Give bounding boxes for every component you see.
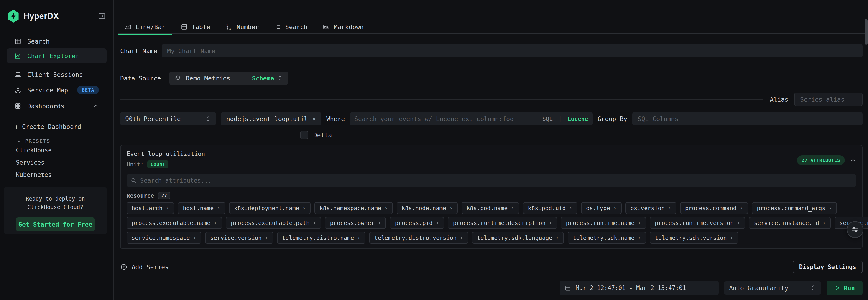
scrollbar[interactable] [865,19,868,45]
tab-table[interactable]: Table [175,20,217,34]
preset-kubernetes[interactable]: Kubernetes [16,171,52,178]
chart-type-tabs: Line/Bar Table 1 3 Number S [118,20,868,34]
metric-tag[interactable]: nodejs.event_loop.util ✕ [221,112,321,126]
time-range-picker[interactable]: Mar 2 12:47:01 - Mar 2 13:47:01 [560,281,719,295]
attribute-chip[interactable]: telemetry.sdk.name› [568,232,646,244]
attribute-group-count: 27 [158,192,170,199]
run-button[interactable]: Run [827,281,863,295]
attribute-chip[interactable]: k8s.pod.uid› [523,202,577,214]
granularity-select[interactable]: Auto Granularity [724,281,821,295]
clickhouse-cloud-promo: Ready to deploy on ClickHouse Cloud? Get… [4,187,107,234]
chart-name-input[interactable] [162,44,863,57]
attribute-search-input[interactable] [140,177,852,184]
metric-attributes-panel: Event loop utilization Unit: COUNT 27 AT… [120,145,863,249]
layers-icon [175,75,181,82]
group-by-label: Group By [598,115,627,122]
collapse-sidebar-icon[interactable] [98,12,106,20]
tab-number[interactable]: 1 3 Number [219,20,265,34]
attribute-chip[interactable]: telemetry.sdk.language› [472,232,564,244]
alias-input[interactable] [794,93,863,106]
attribute-chip[interactable]: k8s.namespace.name› [314,202,393,214]
data-source-label: Data Source [120,75,169,82]
chevron-right-icon: › [549,220,552,226]
chip-label: process.command_args [757,205,826,212]
attribute-chip[interactable]: process.command› [680,202,748,214]
footer-row: Add Series Display Settings [120,261,863,273]
aggregation-select[interactable]: 90th Percentile [120,112,216,126]
sidebar-item-chart-explorer[interactable]: Chart Explorer [7,48,106,63]
attribute-chip[interactable]: host.name› [178,202,225,214]
attribute-chip[interactable]: process.runtime.version› [650,217,745,229]
sidebar-item-service-map[interactable]: Service Map BETA [7,83,106,97]
data-source-select[interactable]: Demo Metrics Schema [169,72,288,85]
attribute-chip[interactable]: k8s.pod.name› [462,202,519,214]
data-source-value: Demo Metrics [186,75,230,82]
add-series-button[interactable]: Add Series [120,263,169,271]
chip-label: k8s.node.name [402,205,446,212]
chevron-right-icon: › [214,220,217,226]
attribute-chip[interactable]: telemetry.distro.name› [277,232,366,244]
where-search-input[interactable] [354,115,540,122]
attribute-chip[interactable]: process.runtime.name› [561,217,646,229]
tab-markdown[interactable]: Markdown [316,20,370,34]
sliders-icon [851,225,859,234]
tab-line-bar[interactable]: Line/Bar [118,20,172,34]
metric-title: Event loop utilization [127,151,205,157]
attribute-chip[interactable]: process.runtime.description› [448,217,557,229]
lucene-toggle[interactable]: Lucene [567,115,588,122]
sql-toggle[interactable]: SQL [542,115,553,122]
chevron-right-icon: › [511,205,514,211]
tab-search[interactable]: Search [268,20,314,34]
chip-label: service.instance.id [754,220,819,226]
sidebar-item-label: Search [27,38,50,45]
chip-label: telemetry.sdk.language [477,235,552,241]
presets-section-toggle[interactable]: PRESETS [17,138,50,144]
feedback-widget-button[interactable] [846,221,863,238]
attribute-chip[interactable]: os.type› [581,202,622,214]
preset-services[interactable]: Services [16,159,44,166]
attribute-chip[interactable]: k8s.node.name› [397,202,458,214]
chart-name-label: Chart Name [120,48,162,54]
attribute-chip[interactable]: process.command_args› [752,202,837,214]
bottom-toolbar: Mar 2 12:47:01 - Mar 2 13:47:01 Auto Gra… [120,281,863,295]
attribute-chip[interactable]: process.pid› [390,217,444,229]
table-icon [181,24,188,30]
attribute-chip[interactable]: os.version› [625,202,676,214]
sidebar-item-dashboards[interactable]: Dashboards [7,99,106,113]
schema-link[interactable]: Schema [252,75,274,82]
delta-checkbox[interactable] [300,131,308,139]
chevron-up-icon [93,103,99,109]
search-icon [131,178,136,184]
group-by-input[interactable] [632,112,863,126]
sidebar-item-label: Client Sessions [27,71,83,78]
attribute-chip[interactable]: process.executable.path› [226,217,321,229]
chip-label: process.executable.path [231,220,310,226]
display-settings-button[interactable]: Display Settings [793,261,863,273]
chip-label: telemetry.distro.name [282,235,354,241]
preset-clickhouse[interactable]: ClickHouse [16,147,52,154]
create-dashboard-button[interactable]: + Create Dashboard [14,123,81,130]
attribute-chip[interactable]: process.owner› [325,217,386,229]
attribute-chip[interactable]: k8s.deployment.name› [229,202,311,214]
chip-label: process.command [685,205,737,212]
sidebar-item-label: Dashboards [27,103,64,110]
attribute-chip[interactable]: service.instance.id› [749,217,830,229]
attribute-chip[interactable]: service.version› [205,232,273,244]
attribute-chip[interactable]: telemetry.sdk.version› [650,232,738,244]
add-series-label: Add Series [132,264,169,271]
get-started-button[interactable]: Get Started for Free [16,217,95,231]
unit-row: Unit: COUNT [127,161,205,168]
sidebar-item-client-sessions[interactable]: Client Sessions [7,67,106,82]
tab-underline-track [118,33,868,34]
collapse-panel-chevron-icon[interactable] [850,157,856,163]
attribute-chip[interactable]: process.executable.name› [127,217,222,229]
attribute-chip[interactable]: telemetry.distro.version› [369,232,468,244]
close-icon[interactable]: ✕ [312,115,316,122]
sidebar-item-search[interactable]: Search [7,34,106,48]
attribute-chip[interactable]: host.arch› [127,202,174,214]
attributes-badge-wrap: 27 ATTRIBUTES [797,151,856,165]
chip-label: process.executable.name [132,220,210,226]
aggregation-value: 90th Percentile [125,115,206,122]
sort-numbers-icon: 1 3 [226,24,232,30]
attribute-chip[interactable]: service.namespace› [127,232,201,244]
